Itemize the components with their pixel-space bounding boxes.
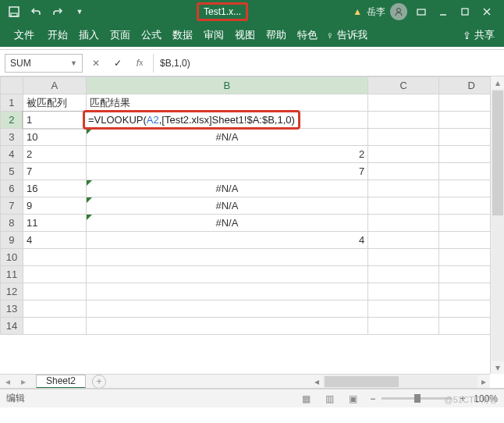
row-header[interactable]: 12 <box>1 283 23 300</box>
cell[interactable] <box>368 249 439 266</box>
cell[interactable] <box>86 318 368 335</box>
col-header-b[interactable]: B <box>86 77 368 94</box>
scroll-right-icon[interactable]: ▸ <box>477 375 490 388</box>
cell[interactable] <box>368 215 439 232</box>
view-pagebreak-icon[interactable]: ▣ <box>345 393 360 404</box>
row-header[interactable]: 1 <box>1 94 23 112</box>
cell[interactable] <box>23 266 86 283</box>
row-header[interactable]: 6 <box>1 180 23 197</box>
select-all-corner[interactable] <box>1 77 23 94</box>
cell[interactable]: 11 <box>23 215 86 232</box>
cell[interactable] <box>368 94 439 112</box>
row-header[interactable]: 14 <box>1 318 23 335</box>
sheet-tab-active[interactable]: Sheet2 <box>36 375 86 389</box>
cell[interactable]: 被匹配列 <box>23 94 86 112</box>
row-header[interactable]: 3 <box>1 129 23 146</box>
col-header-a[interactable]: A <box>23 77 86 94</box>
tab-file[interactable]: 文件 <box>6 23 42 47</box>
cell[interactable]: 1 <box>23 112 86 129</box>
cell[interactable]: 9 <box>23 197 86 215</box>
row-header[interactable]: 8 <box>1 215 23 232</box>
formula-enter-button[interactable]: ✓ <box>109 55 126 72</box>
chevron-down-icon[interactable]: ▼ <box>70 59 77 67</box>
cell[interactable]: 4 <box>23 232 86 249</box>
cell[interactable] <box>368 266 439 283</box>
cell[interactable] <box>23 283 86 300</box>
cell[interactable]: 2 <box>23 146 86 163</box>
scroll-thumb[interactable] <box>492 91 503 215</box>
cell[interactable] <box>23 300 86 318</box>
row-header[interactable]: 7 <box>1 197 23 215</box>
row-header[interactable]: 11 <box>1 266 23 283</box>
cell[interactable] <box>23 249 86 266</box>
share-button[interactable]: ⇪ 共享 <box>463 28 498 42</box>
cell[interactable] <box>368 180 439 197</box>
tab-review[interactable]: 审阅 <box>198 23 229 47</box>
customize-qa-dropdown[interactable]: ▼ <box>70 3 89 20</box>
tab-special[interactable]: 特色 <box>292 23 323 47</box>
cell[interactable] <box>368 232 439 249</box>
scroll-thumb[interactable] <box>325 376 399 387</box>
tell-me-button[interactable]: ♀ 告诉我 <box>326 28 367 42</box>
ribbon-options-button[interactable] <box>412 3 431 20</box>
cell[interactable] <box>23 318 86 335</box>
zoom-slider[interactable] <box>382 397 452 400</box>
cell[interactable] <box>86 300 368 318</box>
cell[interactable] <box>368 129 439 146</box>
scroll-up-icon[interactable]: ▴ <box>492 76 504 89</box>
view-normal-icon[interactable]: ▦ <box>298 393 314 404</box>
cell[interactable] <box>368 283 439 300</box>
insert-function-button[interactable]: fx <box>131 55 148 72</box>
cell[interactable]: 7 <box>23 163 86 180</box>
cell[interactable] <box>368 112 439 129</box>
cell[interactable] <box>86 266 368 283</box>
formula-bar[interactable]: $B,1,0) <box>153 54 499 73</box>
cell[interactable]: 7 <box>86 163 368 180</box>
scroll-left-icon[interactable]: ◂ <box>311 375 323 388</box>
horizontal-scrollbar[interactable]: ◂ ▸ <box>311 374 490 388</box>
tab-help[interactable]: 帮助 <box>261 23 292 47</box>
formula-cancel-button[interactable]: ✕ <box>87 55 105 72</box>
cell[interactable]: #N/A <box>86 197 368 215</box>
view-pagelayout-icon[interactable]: ▥ <box>321 393 337 404</box>
cell[interactable]: 10 <box>23 129 86 146</box>
redo-button[interactable] <box>48 3 67 20</box>
zoom-out-button[interactable]: − <box>370 393 375 404</box>
tab-view[interactable]: 视图 <box>229 23 261 47</box>
cell[interactable] <box>86 249 368 266</box>
cell[interactable] <box>368 300 439 318</box>
tab-page-layout[interactable]: 页面 <box>105 23 136 47</box>
name-box[interactable]: SUM ▼ <box>5 54 83 73</box>
cell[interactable] <box>368 146 439 163</box>
save-button[interactable] <box>5 3 23 20</box>
row-header[interactable]: 9 <box>1 232 23 249</box>
cell[interactable]: 2 <box>86 146 368 163</box>
cell[interactable]: #N/A <box>86 129 368 146</box>
add-sheet-button[interactable]: ＋ <box>92 375 106 389</box>
account-avatar[interactable] <box>390 3 407 20</box>
cell[interactable]: #N/A <box>86 180 368 197</box>
cell[interactable] <box>86 283 368 300</box>
cell[interactable] <box>368 197 439 215</box>
undo-button[interactable] <box>27 3 45 20</box>
row-header[interactable]: 13 <box>1 300 23 318</box>
cell[interactable] <box>368 318 439 335</box>
row-header[interactable]: 5 <box>1 163 23 180</box>
row-header[interactable]: 4 <box>1 146 23 163</box>
row-header[interactable]: 2 <box>1 112 23 129</box>
maximize-button[interactable] <box>456 3 474 20</box>
scroll-down-icon[interactable]: ▾ <box>492 361 504 374</box>
cell[interactable]: #N/A <box>86 215 368 232</box>
cell[interactable]: 4 <box>86 232 368 249</box>
cell-formula-overlay[interactable]: =VLOOKUP(A2,[Test2.xlsx]Sheet1!$A:$B,1,0… <box>83 110 300 130</box>
minimize-button[interactable] <box>434 3 453 20</box>
cell[interactable] <box>368 163 439 180</box>
sheet-nav-next[interactable]: ▸ <box>16 376 31 387</box>
cell[interactable]: 匹配结果 <box>86 94 368 112</box>
sheet-nav-prev[interactable]: ◂ <box>0 376 16 387</box>
tab-data[interactable]: 数据 <box>167 23 198 47</box>
tab-home[interactable]: 开始 <box>42 23 73 47</box>
tab-formulas[interactable]: 公式 <box>136 23 167 47</box>
vertical-scrollbar[interactable]: ▴ ▾ <box>490 76 504 374</box>
row-header[interactable]: 10 <box>1 249 23 266</box>
